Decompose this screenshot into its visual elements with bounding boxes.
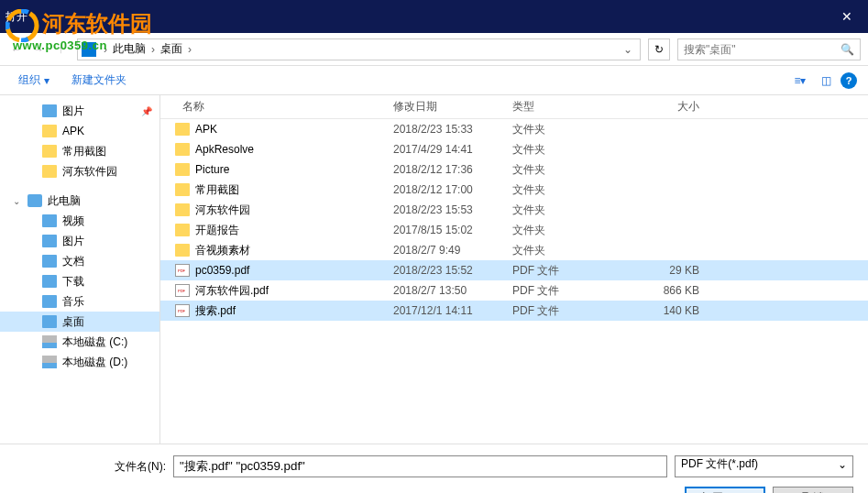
file-type: 文件夹 [505,203,615,218]
breadcrumb[interactable]: › 此电脑 › 桌面 › ⌄ [77,38,641,60]
col-size[interactable]: 大小 [615,99,707,115]
file-name: 开题报告 [195,223,239,238]
cancel-button[interactable]: 取消 [773,487,853,493]
file-type: 文件夹 [505,122,615,137]
folder-icon [175,224,190,236]
folder-icon [42,145,57,158]
organize-button[interactable]: 组织 ▾ [11,69,57,92]
file-row[interactable]: 搜索.pdf2017/12/1 14:11PDF 文件140 KB [160,301,868,321]
file-name: Picture [195,163,229,176]
pdf-icon [175,304,190,317]
sidebar-item[interactable]: 音乐 [0,291,159,312]
chevron-right-icon: › [149,43,157,56]
file-row[interactable]: pc0359.pdf2018/2/23 15:52PDF 文件29 KB [160,260,868,280]
col-name[interactable]: 名称 [175,99,386,115]
folder-icon [42,104,57,117]
pdf-icon [175,264,190,277]
file-name: 音视频素材 [195,243,250,258]
folder-icon [42,125,57,137]
file-list: APK2018/2/23 15:33文件夹ApkResolve2017/4/29… [160,119,868,444]
sidebar-item[interactable]: 桌面 [0,312,159,332]
refresh-button[interactable]: ↻ [648,38,670,60]
col-date[interactable]: 修改日期 [386,99,505,115]
file-row[interactable]: APK2018/2/23 15:33文件夹 [160,119,868,139]
view-list-icon[interactable]: ≡▾ [789,71,811,90]
file-row[interactable]: 河东软件园2018/2/23 15:53文件夹 [160,200,868,220]
window-title: 打开 [0,9,27,25]
file-row[interactable]: 开题报告2017/8/15 15:02文件夹 [160,220,868,240]
folder-icon [175,123,190,136]
sidebar-item[interactable]: APK [0,121,159,141]
filename-input[interactable] [173,455,667,477]
sidebar-item[interactable]: 视频 [0,211,159,231]
folder-icon [42,335,57,348]
pin-icon: 📌 [141,106,152,116]
expand-icon[interactable]: ⌄ [11,196,22,206]
file-type: 文件夹 [505,142,615,158]
folder-icon [42,295,57,308]
col-type[interactable]: 类型 [505,99,615,115]
sidebar-item[interactable]: 下载 [0,271,159,291]
sidebar-item-label: 本地磁盘 (C:) [62,334,127,350]
file-type: 文件夹 [505,162,615,178]
file-row[interactable]: 常用截图2018/2/12 17:00文件夹 [160,180,868,200]
sidebar-item[interactable]: ⌄此电脑 [0,191,159,211]
folder-icon [42,165,57,178]
folder-icon [42,275,57,288]
file-row[interactable]: ApkResolve2017/4/29 14:41文件夹 [160,139,868,159]
sidebar-item-label: 图片 [62,104,84,119]
file-area: 名称 修改日期 类型 大小 APK2018/2/23 15:33文件夹ApkRe… [160,95,868,444]
file-date: 2018/2/23 15:52 [386,264,505,277]
folder-icon [42,214,57,227]
folder-icon [175,183,190,196]
folder-icon [42,255,57,268]
sidebar-item[interactable]: 图片📌 [0,101,159,121]
computer-icon [82,42,96,57]
file-row[interactable]: 河东软件园.pdf2018/2/7 13:50PDF 文件866 KB [160,280,868,301]
help-icon[interactable]: ? [841,72,857,89]
sidebar-item-label: 下载 [62,274,84,290]
file-name: APK [195,123,217,136]
file-date: 2018/2/23 15:33 [386,123,505,136]
sidebar-item[interactable]: 本地磁盘 (C:) [0,332,159,352]
sidebar-item[interactable]: 图片 [0,231,159,251]
sidebar-item-label: 音乐 [62,294,84,310]
folder-icon [27,194,42,207]
file-name: ApkResolve [195,143,254,156]
sidebar-item[interactable]: 本地磁盘 (D:) [0,352,159,372]
file-date: 2018/2/23 15:53 [386,203,505,216]
close-button[interactable]: ✕ [826,0,868,33]
filetype-select[interactable]: PDF 文件(*.pdf) [675,455,853,477]
file-date: 2018/2/12 17:36 [386,163,505,176]
breadcrumb-item[interactable]: 桌面 [157,41,186,57]
breadcrumb-dropdown[interactable]: ⌄ [620,43,636,56]
file-row[interactable]: Picture2018/2/12 17:36文件夹 [160,159,868,180]
preview-pane-icon[interactable]: ◫ [815,71,837,90]
folder-icon [42,315,57,328]
chevron-right-icon: › [102,43,109,56]
titlebar: 打开 ✕ [0,0,868,33]
sidebar-item-label: 常用截图 [62,144,106,159]
sidebar-item[interactable]: 常用截图 [0,141,159,161]
sidebar-item-label: 视频 [62,214,84,229]
forward-button[interactable]: → [29,40,48,59]
sidebar-item[interactable]: 文档 [0,251,159,271]
file-type: 文件夹 [505,223,615,238]
sidebar-item-label: 本地磁盘 (D:) [62,355,127,370]
breadcrumb-item[interactable]: 此电脑 [109,41,149,57]
open-button[interactable]: 打开(O) ▼ [685,487,765,493]
footer: 文件名(N): PDF 文件(*.pdf) 打开(O) ▼ 取消 [0,444,868,493]
sidebar-item[interactable]: 河东软件园 [0,161,159,181]
search-input[interactable] [684,43,841,56]
file-name: 常用截图 [195,182,239,198]
file-row[interactable]: 音视频素材2018/2/7 9:49文件夹 [160,240,868,260]
file-type: 文件夹 [505,182,615,198]
new-folder-button[interactable]: 新建文件夹 [64,69,134,92]
file-type: PDF 文件 [505,263,615,279]
up-button[interactable]: ↑ [51,40,70,59]
file-name: pc0359.pdf [195,264,249,277]
chevron-right-icon: › [186,43,193,56]
search-box[interactable]: 🔍 [677,38,861,60]
back-button[interactable]: ← [7,40,26,59]
file-size: 140 KB [615,304,707,317]
